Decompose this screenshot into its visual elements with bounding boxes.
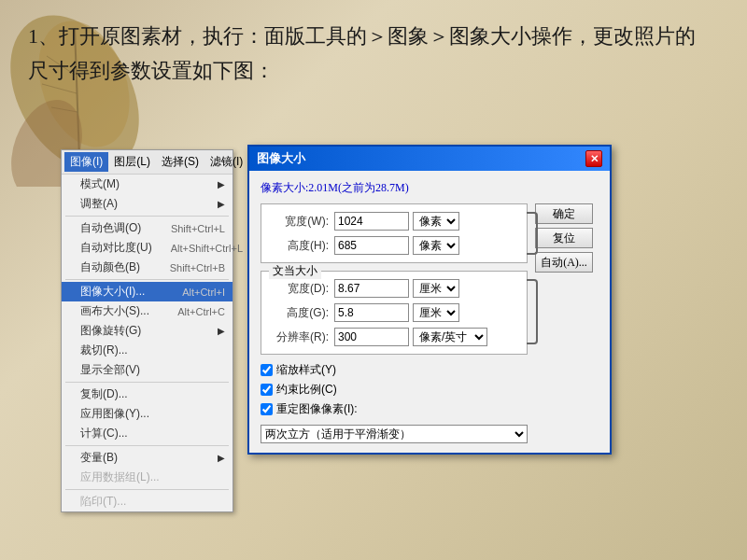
checkbox-resample: 重定图像像素(I): (261, 401, 528, 417)
menu-item-auto-tone[interactable]: 自动色调(O) Shift+Ctrl+L (62, 218, 233, 238)
scale-styles-checkbox[interactable] (261, 364, 273, 376)
doc-link-brace (527, 279, 538, 344)
height-field-row: 高度(H): 像素 (271, 236, 517, 255)
resolution-unit-select[interactable]: 像素/英寸 (413, 328, 487, 346)
menu-item-apply-image[interactable]: 应用图像(Y)... (62, 404, 233, 424)
width-field-row: 宽度(W): 像素 (271, 212, 517, 231)
menu-tab-layer[interactable]: 图层(L) (108, 152, 156, 172)
menu-item-trap: 陷印(T)... (62, 492, 233, 511)
doc-height-row: 高度(G): 厘米 (271, 303, 517, 322)
doc-height-label: 高度(G): (271, 305, 329, 321)
arrow-icon: ▶ (218, 199, 225, 209)
menu-divider (65, 216, 229, 217)
resolution-input[interactable] (334, 328, 409, 346)
dialog-body: 像素大小:2.01M(之前为28.7M) 宽度(W): 像素 高度(H): (249, 171, 610, 453)
menu-item-reveal-all[interactable]: 显示全部(V) (62, 360, 233, 380)
menu-item-image-size[interactable]: 图像大小(I)... Alt+Ctrl+I (62, 282, 233, 301)
resolution-row: 分辨率(R): 像素/英寸 (271, 328, 517, 346)
menu-item-rotate[interactable]: 图像旋转(G) ▶ (62, 321, 233, 341)
image-size-dialog: 图像大小 ✕ 像素大小:2.01M(之前为28.7M) 宽度(W): 像素 (247, 145, 612, 455)
menu-divider-2 (65, 279, 229, 280)
doc-size-label: 文当大小 (269, 263, 321, 279)
instruction-content: 1、打开原图素材，执行：面版工具的＞图象＞图象大小操作，更改照片的尺寸得到参数设… (28, 24, 696, 82)
menu-item-apply-data: 应用数据组(L)... (62, 468, 233, 487)
pixel-size-info: 像素大小:2.01M(之前为28.7M) (261, 180, 599, 196)
menu-divider-4 (65, 445, 229, 446)
menu-item-adjust[interactable]: 调整(A) ▶ (62, 194, 233, 214)
menu-titlebar: 图像(I) 图层(L) 选择(S) 滤镜(I) (62, 150, 233, 175)
auto-button[interactable]: 自动(A)... (535, 252, 593, 273)
photoshop-menu: 图像(I) 图层(L) 选择(S) 滤镜(I) 模式(M) ▶ 调整(A) ▶ … (61, 149, 233, 512)
menu-item-calculations[interactable]: 计算(C)... (62, 424, 233, 443)
arrow-icon: ▶ (218, 179, 225, 189)
resample-method-select[interactable]: 两次立方（适用于平滑渐变） (261, 425, 528, 443)
menu-item-auto-color[interactable]: 自动颜色(B) Shift+Ctrl+B (62, 258, 233, 277)
doc-width-row: 宽度(D): 厘米 (271, 279, 517, 298)
menu-tab-image[interactable]: 图像(I) (64, 152, 108, 172)
arrow-icon: ▶ (218, 326, 225, 336)
checkbox-constrain-proportions: 约束比例(C) (261, 382, 528, 398)
dialog-close-button[interactable]: ✕ (585, 150, 602, 167)
menu-divider-5 (65, 489, 229, 490)
doc-width-input[interactable] (334, 279, 409, 298)
height-input[interactable] (334, 236, 409, 255)
menu-item-mode[interactable]: 模式(M) ▶ (62, 175, 233, 194)
reset-button[interactable]: 复位 (535, 228, 593, 248)
doc-width-unit-select[interactable]: 厘米 (413, 279, 459, 298)
resolution-label: 分辨率(R): (271, 329, 329, 345)
arrow-icon: ▶ (218, 453, 225, 463)
height-label: 高度(H): (271, 238, 329, 254)
resample-checkbox[interactable] (261, 403, 273, 415)
dialog-titlebar: 图像大小 ✕ (249, 147, 610, 171)
dialog-title: 图像大小 (257, 150, 305, 167)
doc-width-label: 宽度(D): (271, 281, 329, 297)
doc-height-input[interactable] (334, 303, 409, 322)
doc-height-unit-select[interactable]: 厘米 (413, 303, 459, 322)
menu-tab-filter[interactable]: 滤镜(I) (204, 152, 248, 172)
checkbox-scale-styles: 缩放样式(Y) (261, 362, 528, 378)
width-unit-select[interactable]: 像素 (413, 212, 459, 231)
height-unit-select[interactable]: 像素 (413, 236, 459, 255)
menu-item-canvas-size[interactable]: 画布大小(S)... Alt+Ctrl+C (62, 301, 233, 321)
menu-tab-select[interactable]: 选择(S) (156, 152, 204, 172)
menu-item-duplicate[interactable]: 复制(D)... (62, 385, 233, 404)
menu-item-variables[interactable]: 变量(B) ▶ (62, 448, 233, 468)
width-input[interactable] (334, 212, 409, 231)
ok-button[interactable]: 确定 (535, 203, 593, 224)
constrain-proportions-checkbox[interactable] (261, 384, 273, 396)
menu-divider-3 (65, 382, 229, 383)
pixel-link-brace (527, 212, 538, 255)
menu-item-crop[interactable]: 裁切(R)... (62, 341, 233, 360)
menu-item-auto-contrast[interactable]: 自动对比度(U) Alt+Shift+Ctrl+L (62, 238, 233, 258)
main-instruction-text: 1、打开原图素材，执行：面版工具的＞图象＞图象大小操作，更改照片的尺寸得到参数设… (28, 19, 700, 89)
width-label: 宽度(W): (271, 214, 329, 230)
